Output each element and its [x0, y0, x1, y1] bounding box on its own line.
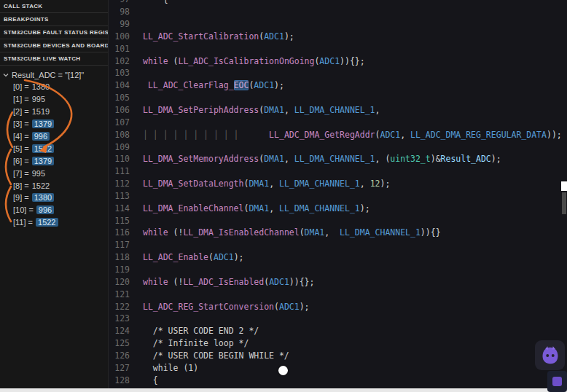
line-number: 103 — [108, 68, 130, 78]
code-line: 103 — [108, 67, 561, 79]
watch-item-value: 1519 — [32, 107, 50, 116]
watch-item[interactable]: [6] =1379 — [0, 154, 108, 167]
code-text: │ │ │ │ │ │ │ │ │ │ LL_ADC_DMA_GetRegAdd… — [143, 130, 561, 140]
watch-item[interactable]: [8] =1522 — [0, 179, 108, 192]
code-line: 112LL_DMA_SetDataLength(DMA1, LL_DMA_CHA… — [108, 178, 561, 190]
code-line: 108│ │ │ │ │ │ │ │ │ │ LL_ADC_DMA_GetReg… — [108, 128, 561, 141]
code-line: 116while (!LL_DMA_IsEnabledChannel(DMA1,… — [108, 227, 561, 239]
line-number: 100 — [108, 31, 130, 42]
code-line: 110LL_DMA_SetMemoryAddress(DMA1, LL_DMA_… — [108, 153, 561, 165]
watch-item-label: [9] = — [13, 193, 29, 202]
watch-item[interactable]: [4] =996 — [0, 130, 108, 143]
watch-list: [0] =1380[1] =995[2] =1519[3] =1379[4] =… — [0, 81, 108, 229]
watch-root-label: Result_ADC = "[12]" — [12, 71, 84, 79]
code-line: 118LL_ADC_Enable(ADC1); — [108, 251, 561, 264]
code-line: 115 — [108, 214, 561, 227]
line-number: 104 — [108, 80, 130, 90]
line-number: 116 — [108, 227, 130, 238]
line-number: 98 — [108, 7, 130, 17]
code-line: 102while (LL_ADC_IsCalibrationOnGoing(AD… — [108, 55, 561, 67]
watch-item[interactable]: [1] =995 — [0, 93, 108, 106]
watch-item-value: 1380 — [32, 193, 54, 202]
code-editor[interactable]: 97 {9899100LL_ADC_StartCalibration(ADC1)… — [108, 0, 561, 392]
line-number: 113 — [108, 191, 130, 201]
watch-item-value: 995 — [32, 95, 45, 103]
code-line: 122LL_ADC_REG_StartConversion(ADC1); — [108, 300, 561, 313]
code-line: 126 /* USER CODE BEGIN WHILE */ — [108, 349, 561, 361]
line-number: 102 — [108, 56, 130, 66]
line-number: 97 — [108, 0, 130, 4]
code-line: 121 — [108, 288, 561, 300]
line-number: 117 — [108, 240, 130, 250]
code-line: 125 /* Infinite loop */ — [108, 337, 561, 350]
watch-item-label: [8] = — [13, 181, 29, 190]
line-number: 120 — [108, 277, 130, 287]
code-text: LL_DMA_SetDataLength(DMA1, LL_DMA_CHANNE… — [143, 179, 390, 189]
watch-item-label: [4] = — [13, 132, 29, 141]
watch-item-value: 1522 — [36, 218, 58, 227]
watch-item[interactable]: [11] =1522 — [0, 216, 108, 229]
code-line: 123 — [108, 313, 561, 325]
code-line: 98 — [108, 6, 561, 18]
line-number: 101 — [108, 44, 130, 54]
watch-item-label: [6] = — [13, 157, 29, 165]
editor-scrollbar[interactable] — [561, 0, 567, 392]
code-text: LL_DMA_SetPeriphAddress(DMA1, LL_DMA_CHA… — [143, 105, 380, 115]
line-number: 112 — [108, 179, 130, 189]
watch-item[interactable]: [2] =1519 — [0, 106, 108, 118]
code-line: 120while (!LL_ADC_IsEnabled(ADC1)){}; — [108, 275, 561, 288]
line-number: 128 — [108, 375, 130, 385]
code-line: 99 — [108, 18, 561, 31]
chevron-down-icon — [2, 71, 9, 79]
line-number: 114 — [108, 203, 130, 213]
purple-mascot-icon — [539, 345, 561, 366]
code-text: LL_DMA_EnableChannel(DMA1, LL_DMA_CHANNE… — [143, 203, 370, 213]
code-text: /* USER CODE END 2 */ — [143, 326, 259, 336]
code-line: 105 — [108, 92, 561, 104]
sidebar-panel-header[interactable]: STM32CUBE FAULT STATUS REGISTERS — [0, 26, 108, 39]
sidebar-panel-header[interactable]: CALL STACK — [0, 0, 108, 13]
code-text: while (!LL_ADC_IsEnabled(ADC1)){}; — [143, 277, 314, 287]
watch-item-label: [10] = — [13, 205, 34, 214]
debug-sidebar: CALL STACKBREAKPOINTSSTM32CUBE FAULT STA… — [0, 0, 109, 392]
line-number: 126 — [108, 350, 130, 361]
code-text: LL_ADC_REG_StartConversion(ADC1); — [143, 302, 310, 312]
scrollbar-marker[interactable] — [561, 181, 567, 191]
video-progress-strip — [0, 388, 567, 392]
code-text: LL_ADC_ClearFlag_EOC(ADC1); — [143, 80, 284, 90]
watch-item[interactable]: [9] =1380 — [0, 192, 108, 204]
watch-item-label: [3] = — [13, 119, 29, 128]
code-text: /* Infinite loop */ — [143, 338, 249, 348]
line-number: 121 — [108, 289, 130, 299]
code-text: LL_ADC_StartCalibration(ADC1); — [143, 31, 294, 42]
sidebar-panel-header[interactable]: STM32CUBE DEVICES AND BOARDS — [0, 39, 108, 52]
watch-item-label: [7] = — [13, 169, 29, 178]
watch-item-value: 1522 — [32, 181, 50, 190]
scrollbar-thumb[interactable] — [562, 192, 566, 214]
watch-item[interactable]: [0] =1380 — [0, 81, 108, 93]
code-text: while (!LL_DMA_IsEnabledChannel(DMA1, LL… — [143, 227, 441, 238]
code-lines: 97 {9899100LL_ADC_StartCalibration(ADC1)… — [108, 0, 561, 386]
watch-item[interactable]: [7] =995 — [0, 167, 108, 179]
sidebar-panel-header[interactable]: STM32CUBE LIVE WATCH — [0, 52, 108, 66]
watch-item-value: 1380 — [32, 82, 50, 91]
sidebar-panel-header[interactable]: BREAKPOINTS — [0, 13, 108, 26]
line-number: 118 — [108, 252, 130, 262]
watch-item-label: [5] = — [13, 144, 29, 153]
line-number: 124 — [108, 326, 130, 336]
code-line: 113 — [108, 190, 561, 203]
watch-item[interactable]: [10] =996 — [0, 204, 108, 216]
code-line: 114LL_DMA_EnableChannel(DMA1, LL_DMA_CHA… — [108, 202, 561, 214]
watch-item-value: 996 — [36, 205, 54, 214]
line-number: 107 — [108, 117, 130, 128]
watch-item-label: [0] = — [13, 82, 29, 91]
watch-root-row[interactable]: Result_ADC = "[12]" — [0, 68, 108, 81]
watch-item[interactable]: [5] =1522 — [0, 142, 108, 154]
line-number: 99 — [108, 19, 130, 29]
code-text: /* USER CODE BEGIN WHILE */ — [143, 350, 289, 361]
watch-item-value: 995 — [32, 169, 45, 178]
code-line: 97 { — [108, 0, 561, 6]
code-line: 124 /* USER CODE END 2 */ — [108, 325, 561, 337]
watch-item[interactable]: [3] =1379 — [0, 118, 108, 130]
white-dot — [278, 366, 288, 375]
